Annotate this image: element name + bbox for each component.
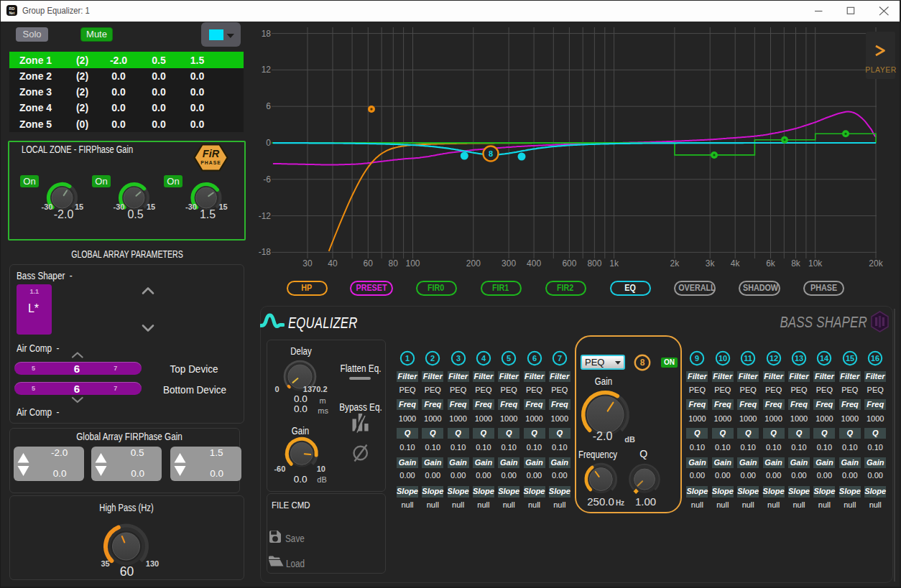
svg-text:40: 40 [328, 258, 338, 269]
svg-text:0: 0 [266, 138, 271, 148]
svg-text:-12: -12 [259, 211, 272, 221]
svg-text:400: 400 [527, 258, 541, 269]
svg-text:12: 12 [769, 354, 777, 363]
svg-text:8k: 8k [791, 258, 801, 269]
svg-text:6: 6 [532, 354, 536, 363]
svg-text:1: 1 [405, 354, 410, 363]
svg-text:5: 5 [507, 354, 511, 363]
svg-text:300: 300 [502, 258, 516, 269]
svg-text:80: 80 [389, 258, 399, 269]
svg-text:11: 11 [744, 354, 752, 363]
svg-text:4k: 4k [731, 258, 741, 269]
svg-text:10k: 10k [808, 258, 823, 269]
svg-text:RD: RD [9, 6, 15, 11]
svg-text:-18: -18 [259, 247, 272, 257]
svg-text:600: 600 [562, 258, 576, 269]
svg-text:4: 4 [481, 354, 486, 363]
svg-text:30: 30 [302, 258, 313, 269]
svg-text:7: 7 [558, 354, 562, 363]
svg-text:6: 6 [266, 101, 271, 111]
svg-text:6k: 6k [766, 258, 776, 269]
svg-text:15: 15 [846, 354, 854, 363]
svg-text:9: 9 [695, 354, 699, 363]
svg-text:1k: 1k [609, 258, 619, 269]
svg-text:8: 8 [640, 358, 645, 368]
svg-text:18: 18 [262, 29, 272, 39]
svg-text:3k: 3k [706, 258, 716, 269]
svg-text:12: 12 [262, 65, 272, 75]
svg-text:-6: -6 [263, 174, 271, 185]
svg-text:2k: 2k [670, 258, 680, 269]
svg-text:20k: 20k [869, 258, 883, 269]
svg-text:3: 3 [456, 354, 461, 363]
svg-text:10: 10 [719, 354, 727, 363]
svg-text:Net: Net [9, 11, 15, 15]
svg-text:60: 60 [364, 258, 374, 269]
svg-text:100: 100 [405, 258, 420, 269]
svg-text:8: 8 [489, 149, 493, 158]
svg-text:2: 2 [430, 354, 435, 363]
svg-text:200: 200 [466, 258, 481, 269]
svg-text:16: 16 [871, 354, 879, 363]
svg-text:13: 13 [795, 354, 803, 363]
svg-text:14: 14 [820, 354, 829, 363]
svg-text:800: 800 [587, 258, 601, 269]
